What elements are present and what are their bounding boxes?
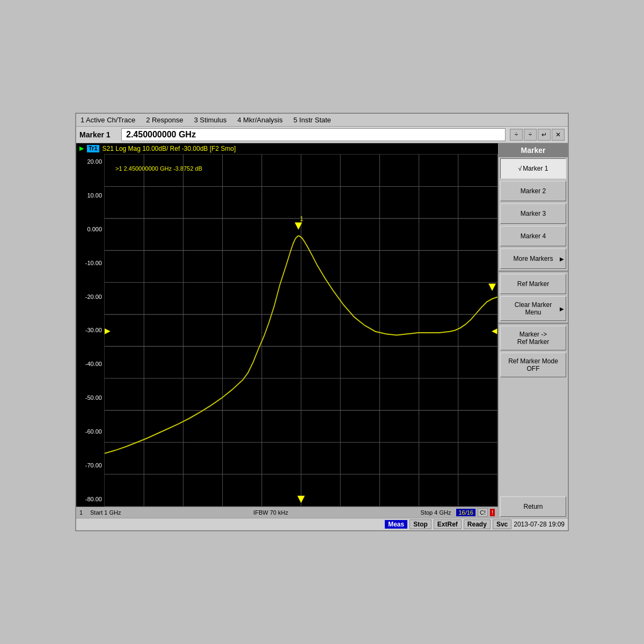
page-count: 16/16	[456, 509, 475, 516]
trace-id: Tr1	[87, 145, 99, 152]
main-area: ▶ Tr1 S21 Log Mag 10.00dB/ Ref -30.00dB …	[76, 143, 568, 518]
y-label-6: -40.00	[78, 361, 102, 367]
status-ready: Ready	[464, 519, 491, 529]
trace-params: S21 Log Mag 10.00dB/ Ref -30.00dB [F2 Sm…	[103, 145, 236, 152]
sidebar-marker3-btn[interactable]: Marker 3	[500, 203, 566, 224]
status-meas: Meas	[385, 520, 407, 529]
bottom-marker-triangle	[297, 496, 305, 503]
menu-response[interactable]: 2 Response	[146, 116, 183, 124]
start-freq: Start 1 GHz	[90, 509, 121, 516]
bottom-bar: 1 Start 1 GHz IFBW 70 kHz Stop 4 GHz 16/…	[76, 507, 498, 518]
ifbw: IFBW 70 kHz	[123, 509, 418, 516]
marker2-triangle	[488, 284, 496, 291]
y-label-4: -20.00	[78, 294, 102, 300]
y-label-10: -80.00	[78, 496, 102, 502]
channel-number: 1	[79, 509, 88, 516]
y-axis: 20.00 10.00 0.000 -10.00 -20.00 -30.00 -…	[76, 154, 104, 507]
status-bar: Meas Stop ExtRef Ready Svc 2013-07-28 19…	[76, 518, 568, 530]
y-label-8: -60.00	[78, 428, 102, 435]
status-extref: ExtRef	[434, 519, 462, 529]
sidebar-more-markers-btn[interactable]: More Markers ▶	[500, 248, 566, 269]
frequency-display: 2.450000000 GHz	[121, 128, 506, 141]
enter-btn[interactable]: ↵	[538, 129, 551, 141]
menu-active-ch[interactable]: 1 Active Ch/Trace	[80, 116, 135, 124]
y-label-7: -50.00	[78, 394, 102, 401]
sidebar-sep1	[499, 270, 568, 272]
sidebar-marker1-btn[interactable]: Marker 1	[500, 158, 566, 179]
y-label-9: -70.00	[78, 462, 102, 469]
y-label-0: 20.00	[78, 158, 102, 165]
status-spacer	[79, 524, 383, 525]
menu-bar: 1 Active Ch/Trace 2 Response 3 Stimulus …	[76, 114, 568, 127]
menu-instr-state[interactable]: 5 Instr State	[294, 116, 331, 124]
sidebar-sep2	[499, 323, 568, 324]
sidebar-title: Marker	[499, 143, 568, 157]
y-label-5: -30.00	[78, 327, 102, 333]
sidebar-marker2-btn[interactable]: Marker 2	[500, 181, 566, 201]
status-time: 2013-07-28 19:09	[514, 521, 565, 528]
y-label-2: 0.000	[78, 226, 102, 232]
sidebar: Marker Marker 1 Marker 2 Marker 3 Marker…	[498, 143, 568, 518]
sidebar-ref-marker-mode-btn[interactable]: Ref Marker Mode OFF	[500, 353, 566, 377]
header-controls: ÷ ÷ ↵ ✕	[510, 129, 565, 141]
y-label-3: -10.00	[78, 260, 102, 266]
warn-badge: !	[490, 509, 495, 516]
sidebar-return-btn[interactable]: Return	[500, 496, 566, 517]
sidebar-ref-marker-btn[interactable]: Ref Marker	[500, 274, 566, 294]
marker1-number: 1	[300, 215, 303, 223]
up-down-btn[interactable]: ÷	[510, 129, 523, 141]
plot-area: ▶ ◀ >1 2.450000000 GHz -3.8752 dB	[104, 154, 498, 507]
chart-svg: 1	[105, 155, 497, 506]
chart-container: 20.00 10.00 0.000 -10.00 -20.00 -30.00 -…	[76, 154, 498, 507]
sidebar-marker4-btn[interactable]: Marker 4	[500, 226, 566, 246]
menu-mkr-analysis[interactable]: 4 Mkr/Analysis	[237, 116, 283, 124]
status-svc: Svc	[493, 519, 511, 529]
sidebar-clear-marker-btn[interactable]: Clear Marker Menu ▶	[500, 296, 566, 321]
marker-label: Marker 1	[79, 130, 117, 139]
y-label-1: 10.00	[78, 192, 102, 199]
stop-freq: Stop 4 GHz	[421, 509, 451, 516]
instrument-frame: 1 Active Ch/Trace 2 Response 3 Stimulus …	[75, 113, 569, 531]
status-stop: Stop	[409, 519, 431, 529]
header-bar: Marker 1 2.450000000 GHz ÷ ÷ ↵ ✕	[76, 127, 568, 143]
trace-header: ▶ Tr1 S21 Log Mag 10.00dB/ Ref -30.00dB …	[76, 143, 498, 154]
cal-badge: C!	[478, 508, 488, 517]
chart-section: ▶ Tr1 S21 Log Mag 10.00dB/ Ref -30.00dB …	[76, 143, 498, 518]
left-right-btn[interactable]: ÷	[524, 129, 537, 141]
sidebar-marker-to-ref-btn[interactable]: Marker -> Ref Marker	[500, 326, 566, 350]
menu-stimulus[interactable]: 3 Stimulus	[194, 116, 227, 124]
close-btn[interactable]: ✕	[552, 129, 565, 141]
